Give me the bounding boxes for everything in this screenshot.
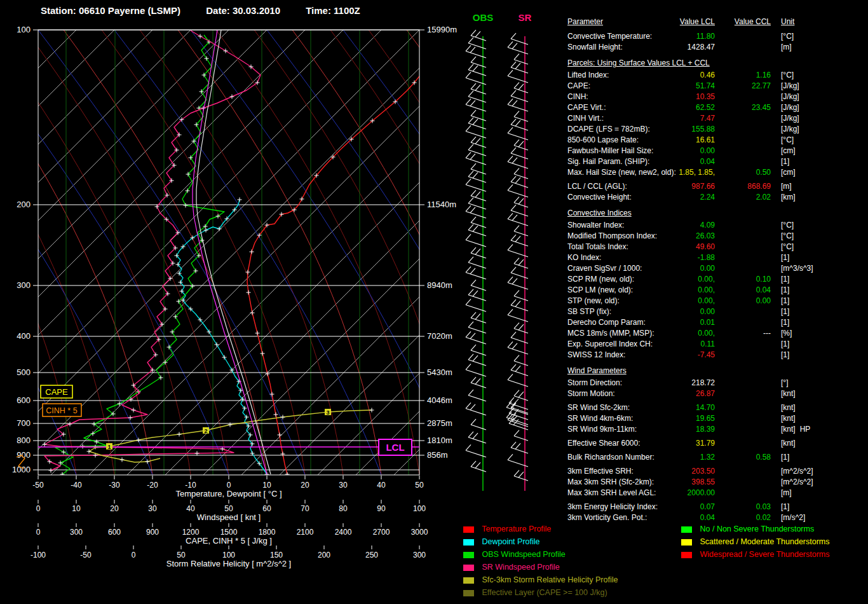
legend-item: Dewpoint Profile <box>463 535 682 548</box>
svg-text:40: 40 <box>377 481 386 490</box>
svg-text:4046m: 4046m <box>427 395 452 405</box>
svg-text:900: 900 <box>17 450 31 460</box>
svg-text:100: 100 <box>413 504 426 513</box>
svg-text:2700: 2700 <box>373 528 390 537</box>
parameter-table-header: Parameter Value LCL Value CCL Unit <box>567 17 868 27</box>
param-group-sr-wind: SR Wind Sfc-2km: 14.70 [knt] SR Wind 4km… <box>567 402 868 435</box>
svg-text:-100: -100 <box>31 551 46 559</box>
header-parameter: Parameter <box>567 17 679 27</box>
svg-text:-30: -30 <box>109 481 120 490</box>
svg-text:600: 600 <box>17 395 31 405</box>
svg-text:400: 400 <box>17 331 31 341</box>
svg-text:3: 3 <box>326 409 329 416</box>
svg-text:70: 70 <box>301 504 309 513</box>
legend-item: Scattered / Moderate Thunderstorms <box>681 535 868 548</box>
svg-text:150: 150 <box>270 551 283 559</box>
svg-text:3000: 3000 <box>411 528 428 537</box>
svg-text:8940m: 8940m <box>427 280 452 290</box>
param-row: 3km Energy Helicity Index: 0.07 0.03 [1] <box>567 502 868 512</box>
param-group-parcels: Parcels: Using Surface Values LCL + CCL … <box>567 58 868 178</box>
svg-text:30: 30 <box>339 481 348 490</box>
svg-text:60: 60 <box>262 504 271 513</box>
header-value-lcl: Value LCL <box>679 17 715 27</box>
svg-text:-40: -40 <box>71 481 82 490</box>
svg-text:-50: -50 <box>32 481 44 490</box>
param-row: LCL / CCL (AGL): 987.66 868.69 [m] <box>567 181 868 192</box>
svg-text:15990m: 15990m <box>427 25 457 34</box>
svg-text:40: 40 <box>186 504 195 513</box>
param-row: 850-600 Lapse Rate: 16.61 [°C] <box>567 135 868 146</box>
param-row: Effective Shear 6000: 31.79 [knt] <box>567 438 868 449</box>
legend-item: SR Windspeed Profile <box>463 561 682 573</box>
param-row: SR Wind 9km-11km: 18.39 [knt]HP <box>567 424 868 435</box>
legend-item: OBS Windspeed Profile <box>463 548 682 561</box>
svg-text:900: 900 <box>146 528 159 537</box>
param-row: Craven SigSvr / 1000: 0.00 [m^3/s^3] <box>567 263 868 274</box>
profile-legend: Temperature Profile Dewpoint Profile OBS… <box>463 523 682 599</box>
svg-text:800: 800 <box>17 436 31 445</box>
svg-text:2400: 2400 <box>335 528 352 537</box>
param-row: Storm Motion: 26.87 [knt] <box>567 388 868 399</box>
svg-text:-50: -50 <box>80 551 92 559</box>
param-row: Bulk Richardson Number: 1.32 0.58 [1] <box>567 452 868 463</box>
legend-item: Widespread / Severe Thunderstorms <box>681 548 868 561</box>
legend-item: No / Non Severe Thunderstorms <box>681 523 868 535</box>
legend-swatch <box>681 526 692 533</box>
svg-text:100: 100 <box>17 25 31 34</box>
svg-text:LCL: LCL <box>386 442 404 453</box>
legend-swatch <box>463 577 474 584</box>
param-group-convective-indices: Convective Indices Showalter Index: 4.09… <box>567 208 868 360</box>
param-row: Sig. Hail Param. (SHIP): 0.04 [1] <box>567 156 868 167</box>
svg-text:300: 300 <box>70 528 83 537</box>
param-row: Max 3km SRH (Sfc-2km): 398.55 [m^2/s^2] <box>567 477 868 488</box>
svg-text:0: 0 <box>132 551 136 559</box>
param-row: CINH Virt.: 7.47 [J/kg] <box>567 113 868 124</box>
svg-text:80: 80 <box>339 504 348 513</box>
param-row: SR Wind Sfc-2km: 14.70 [knt] <box>567 402 868 413</box>
legend-item: Temperature Profile <box>463 523 682 535</box>
param-row: 3km Vorticity Gen. Pot.: 0.04 0.02 [m/s^… <box>567 512 868 523</box>
svg-text:CAPE: CAPE <box>45 387 68 397</box>
header-unit: Unit <box>781 17 868 27</box>
severity-legend: No / Non Severe Thunderstorms Scattered … <box>681 523 868 561</box>
svg-text:20: 20 <box>301 481 309 490</box>
param-row: SB STP (fix): 0.00 [1] <box>567 306 868 317</box>
svg-text:20: 20 <box>110 504 119 513</box>
svg-text:1810m: 1810m <box>427 436 452 445</box>
legend-swatch <box>463 526 474 533</box>
svg-text:1000: 1000 <box>12 465 31 474</box>
param-row: STP (new, old): 0.00, 0.00 [1] <box>567 296 868 306</box>
svg-text:100: 100 <box>222 551 235 559</box>
svg-text:2: 2 <box>204 428 207 434</box>
svg-text:30: 30 <box>148 504 157 513</box>
svg-text:Windspeed [ knt ]: Windspeed [ knt ] <box>197 512 261 522</box>
svg-text:0: 0 <box>36 528 41 537</box>
wind-barb-columns: OBSSR <box>466 12 532 491</box>
svg-text:50: 50 <box>415 481 424 490</box>
param-row: SCP LM (new, old): 0.00, 0.04 [1] <box>567 285 868 296</box>
param-row: Max. Hail Size (new, new2, old): 1.85, 1… <box>567 167 868 178</box>
param-row: DCAPE (LFS = 782mB): 155.88 [J/kg] <box>567 124 868 135</box>
svg-text:300: 300 <box>17 280 31 290</box>
param-row: Max 3km SRH Level AGL: 2000.00 [m] <box>567 488 868 498</box>
svg-text:1200: 1200 <box>182 528 200 537</box>
sounding-screenshot: Station: 06610 Payerne (LSMP) Date: 30.0… <box>0 0 868 604</box>
param-row: Exp. Supercell Index CH: 0.11 [1] <box>567 339 868 350</box>
svg-text:0: 0 <box>227 481 231 490</box>
param-group-srh: 3km Effective SRH: 203.50 [m^2/s^2] Max … <box>567 466 868 498</box>
svg-text:856m: 856m <box>427 450 448 460</box>
param-row: SCP RM (new, old): 0.00, 0.10 [1] <box>567 274 868 285</box>
svg-text:SR: SR <box>519 12 532 23</box>
svg-text:10: 10 <box>72 504 81 513</box>
param-row: Fawbush-Miller Hail Size: 0.00 [cm] <box>567 146 868 156</box>
param-row: Derecho Comp Param: 0.01 [1] <box>567 317 868 328</box>
legend-item: Effective Layer (CAPE >= 100 J/kg) <box>463 586 682 599</box>
param-row: CAPE Virt.: 62.52 23.45 [J/kg] <box>567 102 868 113</box>
legend-swatch <box>463 590 474 596</box>
chart-frame <box>38 30 419 475</box>
svg-text:1: 1 <box>107 444 111 450</box>
param-row: CAPE: 51.74 22.77 [J/kg] <box>567 81 868 92</box>
legend-swatch <box>463 539 474 546</box>
svg-text:90: 90 <box>377 504 386 513</box>
svg-text:200: 200 <box>17 200 31 209</box>
